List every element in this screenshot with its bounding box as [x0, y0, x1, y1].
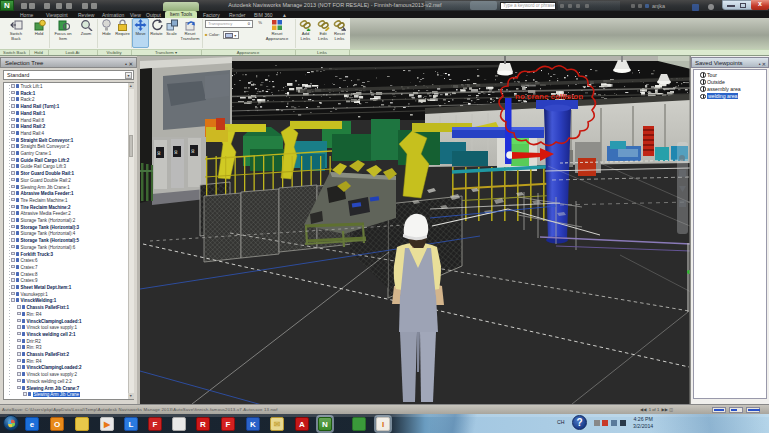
svg-text:no crane collision: no crane collision	[515, 92, 583, 101]
svg-text:8: 8	[157, 150, 161, 157]
svg-text:8: 8	[174, 149, 178, 156]
svg-text:8: 8	[191, 148, 195, 155]
